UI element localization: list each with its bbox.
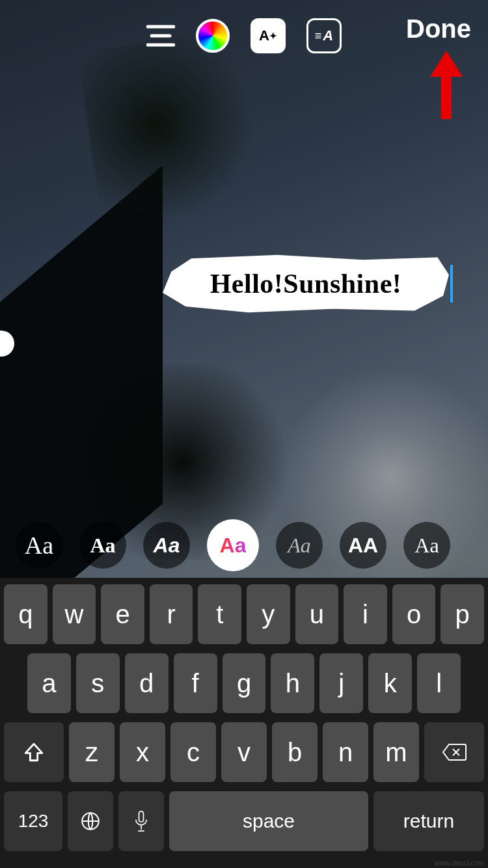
font-style-italic-bold[interactable]: Aa bbox=[143, 522, 190, 569]
key-l[interactable]: l bbox=[417, 653, 461, 713]
key-f[interactable]: f bbox=[174, 653, 217, 713]
text-animation-button[interactable]: ≡A bbox=[306, 18, 342, 53]
key-g[interactable]: g bbox=[223, 653, 266, 713]
key-j[interactable]: j bbox=[319, 653, 363, 713]
color-picker-button[interactable] bbox=[196, 19, 230, 53]
ios-keyboard: q w e r t y u i o p a s d f g h j k l z … bbox=[0, 578, 488, 868]
key-n[interactable]: n bbox=[323, 722, 368, 782]
key-b[interactable]: b bbox=[272, 722, 318, 782]
sparkle-icon: ✦ bbox=[269, 31, 277, 41]
key-p[interactable]: p bbox=[441, 584, 484, 644]
text-effect-label: A bbox=[259, 27, 269, 44]
text-cursor bbox=[450, 265, 453, 303]
key-s[interactable]: s bbox=[76, 653, 120, 713]
key-space[interactable]: space bbox=[169, 791, 368, 851]
key-x[interactable]: x bbox=[120, 722, 165, 782]
lines-icon: ≡ bbox=[315, 29, 322, 43]
keyboard-row-4: 123 space return bbox=[4, 791, 484, 851]
font-style-serif-thin[interactable]: Aa bbox=[276, 522, 323, 569]
key-a[interactable]: a bbox=[27, 653, 71, 713]
globe-icon bbox=[79, 810, 102, 832]
key-h[interactable]: h bbox=[271, 653, 314, 713]
key-c[interactable]: c bbox=[170, 722, 216, 782]
key-q[interactable]: q bbox=[4, 584, 47, 644]
key-shift[interactable] bbox=[4, 722, 64, 782]
keyboard-row-1: q w e r t y u i o p bbox=[4, 584, 484, 644]
text-animation-label: A bbox=[323, 27, 333, 44]
key-backspace[interactable] bbox=[424, 722, 484, 782]
key-z[interactable]: z bbox=[69, 722, 115, 782]
key-globe[interactable] bbox=[68, 791, 113, 851]
text-overlay[interactable]: Hello!Sunshine! bbox=[163, 254, 449, 314]
key-e[interactable]: e bbox=[101, 584, 144, 644]
svg-marker-3 bbox=[430, 51, 463, 119]
key-o[interactable]: o bbox=[392, 584, 436, 644]
key-numbers[interactable]: 123 bbox=[4, 791, 62, 851]
key-r[interactable]: r bbox=[150, 584, 193, 644]
key-v[interactable]: v bbox=[221, 722, 267, 782]
text-effect-button[interactable]: A✦ bbox=[251, 18, 286, 53]
font-style-serif[interactable]: Aa bbox=[403, 522, 450, 569]
font-style-serif-bold[interactable]: Aa bbox=[79, 522, 126, 569]
annotation-arrow-icon bbox=[427, 51, 466, 122]
text-overlay-content: Hello!Sunshine! bbox=[163, 254, 449, 314]
key-k[interactable]: k bbox=[368, 653, 412, 713]
keyboard-row-3: z x c v b n m bbox=[4, 722, 484, 782]
font-style-script[interactable]: Aa bbox=[16, 522, 62, 569]
text-align-button[interactable] bbox=[146, 23, 175, 49]
font-style-selector: Aa Aa Aa Aa Aa AA Aa bbox=[0, 519, 488, 571]
key-y[interactable]: y bbox=[247, 584, 290, 644]
key-d[interactable]: d bbox=[125, 653, 169, 713]
key-w[interactable]: w bbox=[53, 584, 96, 644]
backspace-icon bbox=[441, 742, 467, 762]
svg-rect-7 bbox=[139, 811, 144, 822]
key-dictation[interactable] bbox=[118, 791, 164, 851]
key-return[interactable]: return bbox=[373, 791, 484, 851]
align-center-icon bbox=[146, 23, 175, 49]
key-t[interactable]: t bbox=[198, 584, 241, 644]
key-m[interactable]: m bbox=[373, 722, 419, 782]
microphone-icon bbox=[132, 809, 150, 833]
done-button[interactable]: Done bbox=[406, 14, 471, 44]
font-style-caps[interactable]: AA bbox=[340, 522, 386, 569]
watermark: www.deucl.com bbox=[435, 859, 484, 867]
font-style-selected[interactable]: Aa bbox=[207, 519, 259, 571]
key-i[interactable]: i bbox=[344, 584, 387, 644]
shift-icon bbox=[23, 741, 45, 763]
keyboard-row-2: a s d f g h j k l bbox=[4, 653, 484, 713]
key-u[interactable]: u bbox=[295, 584, 339, 644]
